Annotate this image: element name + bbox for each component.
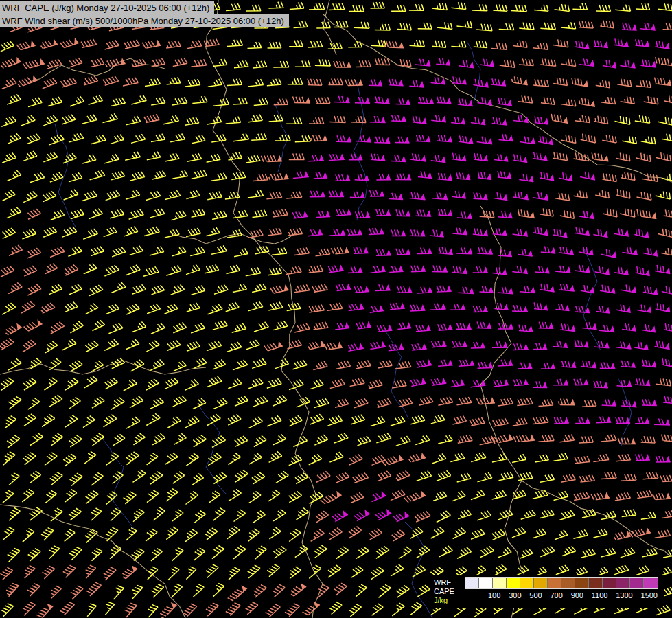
legend-value: 1500 [641,591,658,599]
legend-model-label: WRF [434,578,461,587]
legend-color-cell [479,578,493,588]
legend-color-cell [548,578,561,588]
weather-map [0,0,672,618]
legend-value: 300 [509,591,521,599]
weather-map-screen: WRF CAPE (J/kg) Monday 27-10-2025 06:00 … [0,0,672,618]
legend-scale-values: 100300500700900110013001500 [465,591,658,599]
wind-barbs-mid [0,1,672,618]
river-line [467,41,480,103]
legend-value: 500 [529,591,542,599]
country-border-line [0,360,206,374]
legend-scale-block: 100300500700900110013001500 [465,577,658,599]
wind-barbs-high [292,23,672,521]
cape-title-bar: WRF CAPE (J/kg) Monday 27-10-2025 06:00 … [0,1,214,14]
wind-barbs-layer [0,1,672,618]
river-line [103,439,134,529]
river-line [618,378,632,446]
legend-value: 1300 [616,591,632,599]
legend-color-cell [561,578,575,588]
legend-value: 900 [571,591,583,599]
legend-color-cell [575,578,589,588]
country-border-line [172,233,295,244]
legend-color-cell [465,578,479,588]
legend-color-cell [534,578,548,588]
cape-legend: WRF CAPE J/kg 10030050070090011001300150… [430,575,662,608]
country-border-line [206,0,323,618]
country-border-line [480,206,525,618]
legend-parameter-label: CAPE [434,587,461,596]
legend-units-label: J/kg [434,596,461,605]
legend-color-cell [493,578,507,588]
river-line [199,405,227,494]
legend-color-cell [520,578,534,588]
legend-color-cell [603,578,616,588]
legend-color-cell [644,578,658,588]
legend-value: 100 [488,591,500,599]
legend-label-block: WRF CAPE J/kg [434,577,461,605]
legend-color-cell [630,578,644,588]
shear-title-bar: WRF Wind shear (m/s) 500/1000hPa Monday … [0,14,289,27]
legend-value: 1100 [592,591,608,599]
legend-color-cell [589,578,603,588]
legend-color-cell [616,578,630,588]
rivers-layer [55,41,632,618]
legend-colorbar [465,577,658,589]
river-line [583,247,601,350]
legend-color-cell [507,578,520,588]
legend-value: 700 [550,591,562,599]
country-border-line [0,505,185,618]
